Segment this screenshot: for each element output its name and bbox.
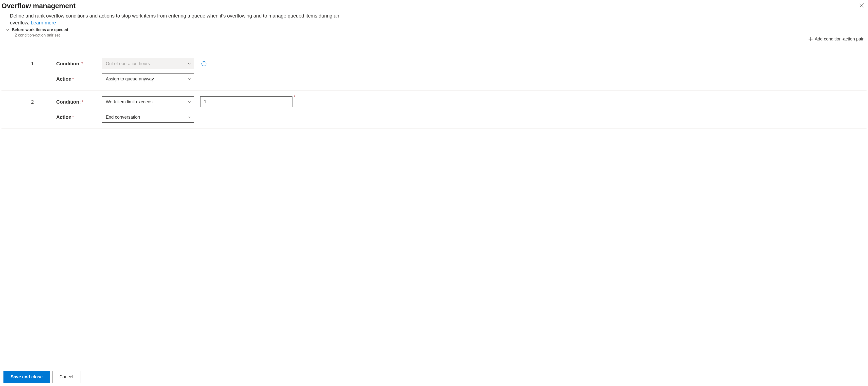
condition-label: Condition:* xyxy=(56,61,102,67)
chevron-down-icon xyxy=(6,28,9,32)
close-button[interactable] xyxy=(857,2,867,10)
section-subtitle: 2 condition-action pair set xyxy=(15,33,68,37)
close-icon xyxy=(859,3,864,8)
work-item-limit-input[interactable] xyxy=(200,96,292,107)
condition-select: Out of operation hours xyxy=(102,58,194,69)
chevron-down-icon xyxy=(188,77,191,81)
page-title: Overflow management xyxy=(1,2,75,10)
required-indicator: * xyxy=(72,76,74,82)
action-label: Action* xyxy=(56,76,102,82)
action-label: Action* xyxy=(56,114,102,120)
action-select[interactable]: End conversation xyxy=(102,112,194,123)
section-title: Before work items are queued xyxy=(12,28,68,32)
chevron-down-icon xyxy=(188,100,191,103)
condition-label: Condition:* xyxy=(56,99,102,105)
svg-point-6 xyxy=(204,62,204,63)
required-indicator: * xyxy=(294,95,296,99)
add-condition-action-label: Add condition-action pair xyxy=(815,36,864,42)
required-indicator: * xyxy=(72,114,74,120)
condition-select[interactable]: Work item limit exceeds xyxy=(102,96,194,107)
section-toggle[interactable]: Before work items are queued xyxy=(6,28,68,32)
action-value: End conversation xyxy=(106,115,140,120)
add-condition-action-button[interactable]: Add condition-action pair xyxy=(807,34,865,43)
plus-icon xyxy=(808,37,813,41)
page-description: Define and rank overflow conditions and … xyxy=(10,12,355,26)
chevron-down-icon xyxy=(188,62,191,65)
pair-index: 2 xyxy=(1,99,56,105)
info-icon[interactable] xyxy=(201,61,207,66)
required-indicator: * xyxy=(82,61,83,66)
action-value: Assign to queue anyway xyxy=(106,77,154,82)
pair-index: 1 xyxy=(1,61,56,67)
description-text: Define and rank overflow conditions and … xyxy=(10,13,339,25)
required-indicator: * xyxy=(82,99,83,105)
condition-action-pair: 1 Condition:* Out of operation hours xyxy=(1,52,867,90)
condition-action-pair: 2 Condition:* Work item limit exceeds * xyxy=(1,90,867,128)
chevron-down-icon xyxy=(188,115,191,119)
condition-value: Work item limit exceeds xyxy=(106,99,153,105)
condition-value: Out of operation hours xyxy=(106,61,150,66)
learn-more-link[interactable]: Learn more xyxy=(31,20,56,25)
action-select[interactable]: Assign to queue anyway xyxy=(102,73,194,84)
